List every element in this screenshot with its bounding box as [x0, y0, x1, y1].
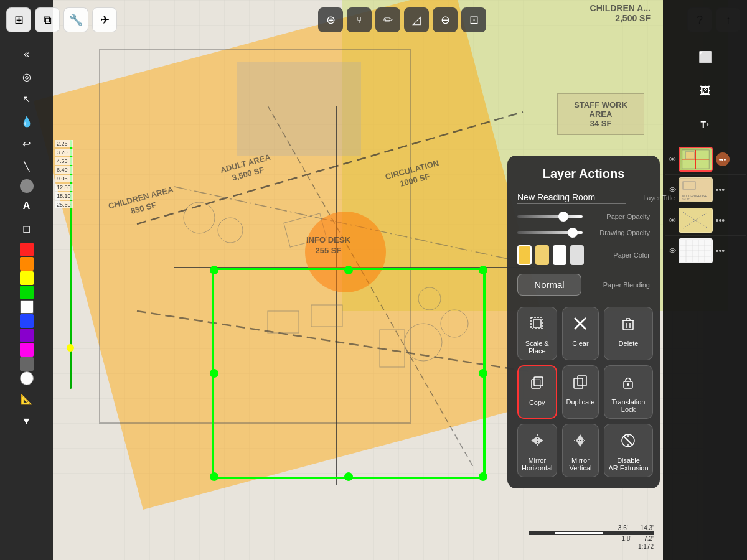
- scale-sub-labels: 1.8' 7.2': [621, 535, 654, 542]
- mirror-h-button[interactable]: Mirror Horizontal: [517, 424, 557, 477]
- layer-4-more-button[interactable]: •••: [716, 246, 725, 256]
- copy-button[interactable]: Copy: [517, 365, 557, 419]
- layer-2-thumbnail[interactable]: MULTI-PURPOSE 752 SF: [679, 177, 713, 202]
- copy-icon: [529, 374, 546, 395]
- scale-labels: 3.6' 14.3': [618, 525, 654, 531]
- cursor-button[interactable]: ✈: [92, 7, 117, 32]
- layer-row-2: 👁 MULTI-PURPOSE 752 SF •••: [665, 175, 746, 205]
- green-selection-rect: [212, 268, 486, 479]
- pen-button[interactable]: ✏: [375, 7, 400, 32]
- color-red[interactable]: [20, 243, 34, 256]
- scale-val-1: 3.6': [618, 525, 628, 531]
- clear-button[interactable]: Clear: [562, 307, 599, 360]
- top-toolbar: ⊞ ⧉ 🔧 ✈ ⊕ ⑂ ✏ ◿ ⊖ ⊡ ? ↑: [0, 7, 747, 32]
- layer-3-visible-icon[interactable]: 👁: [669, 216, 677, 225]
- grid-button[interactable]: ⊞: [6, 7, 31, 32]
- scale-place-button[interactable]: Scale & Place: [517, 307, 557, 360]
- svg-text:752 SF: 752 SF: [682, 197, 690, 200]
- layer-3-thumbnail[interactable]: [679, 208, 713, 233]
- color-yellow[interactable]: [20, 271, 34, 285]
- info-desk-label: INFO DESK255 SF: [306, 235, 350, 256]
- color-blue[interactable]: [20, 314, 34, 328]
- duplicate-button[interactable]: Duplicate: [562, 365, 599, 419]
- disable-ar-label: Disable AR Extrusion: [608, 457, 648, 472]
- line-tool[interactable]: ╲: [17, 156, 37, 176]
- paper-color-swatch-1[interactable]: [517, 245, 532, 265]
- move-button[interactable]: ⊕: [318, 7, 343, 32]
- drawing-opacity-label: Drawing Opacity: [588, 229, 650, 236]
- paper-color-label: Paper Color: [588, 251, 650, 259]
- duplicate-label: Duplicate: [566, 398, 595, 406]
- size-12-80: 12.80: [55, 184, 73, 191]
- undo-tool[interactable]: ↩: [17, 134, 37, 154]
- paper-blending-label: Paper Blending: [588, 281, 650, 289]
- measure-tool[interactable]: ◎: [17, 67, 37, 86]
- layer-panel-title: Layer Actions: [517, 167, 650, 181]
- layers-button[interactable]: ⧉: [35, 7, 60, 32]
- select-tool[interactable]: ↖: [17, 89, 37, 109]
- eraser-tool[interactable]: ◻: [17, 218, 37, 238]
- color-orange[interactable]: [20, 257, 34, 271]
- mirror-v-button[interactable]: Mirror Vertical: [562, 424, 599, 477]
- add-image-icon[interactable]: 🖼: [692, 77, 719, 105]
- paper-opacity-track[interactable]: [517, 215, 583, 218]
- layer-1-visible-icon[interactable]: 👁: [669, 155, 677, 164]
- paper-color-swatch-4[interactable]: [570, 245, 584, 265]
- svg-marker-40: [576, 441, 584, 447]
- size-4-53: 4.53: [55, 157, 73, 165]
- layer-3-side-icons: •••: [716, 215, 725, 225]
- disable-ar-button[interactable]: Disable AR Extrusion: [604, 424, 652, 477]
- color-white-circle[interactable]: [20, 371, 34, 385]
- color-gray[interactable]: [20, 357, 34, 371]
- layer-row-3: 👁 •••: [665, 205, 746, 236]
- layer-2-visible-icon[interactable]: 👁: [669, 185, 677, 195]
- angle-button[interactable]: ◿: [404, 7, 429, 32]
- brush-size-thumb[interactable]: [67, 344, 74, 352]
- settings-button[interactable]: 🔧: [63, 7, 88, 32]
- svg-line-42: [624, 436, 632, 445]
- layer-1-side-icons: •••: [716, 152, 730, 166]
- drawing-opacity-track[interactable]: [517, 231, 583, 234]
- scale-ratio: 1:172: [638, 543, 654, 550]
- paper-color-swatch-2[interactable]: [535, 245, 549, 265]
- layer-1-more-button[interactable]: •••: [716, 152, 730, 166]
- translation-lock-button[interactable]: Translation Lock: [604, 365, 652, 419]
- delete-button[interactable]: Delete: [604, 307, 652, 360]
- text-tool[interactable]: A: [17, 196, 37, 216]
- add-text-icon[interactable]: T+: [692, 111, 719, 138]
- paper-opacity-row: Paper Opacity: [517, 213, 650, 220]
- corner-dot-tr: [479, 266, 487, 274]
- layer-title-input[interactable]: [517, 191, 626, 204]
- down-arrow[interactable]: ▼: [17, 411, 37, 431]
- stamp-button[interactable]: ⊡: [461, 7, 486, 32]
- color-magenta[interactable]: [20, 343, 34, 357]
- scale-place-icon: [529, 315, 546, 336]
- add-layer-icon[interactable]: ⬜: [692, 44, 719, 71]
- ruler-icon[interactable]: 📐: [17, 389, 37, 409]
- layer-1-thumbnail[interactable]: [679, 147, 713, 172]
- layer-row-1: 👁 •••: [665, 144, 746, 175]
- eyedrop-tool[interactable]: 💧: [17, 111, 37, 131]
- color-white[interactable]: [20, 300, 34, 314]
- corner-dot-tm: [344, 266, 353, 274]
- remove-button[interactable]: ⊖: [433, 7, 458, 32]
- paper-color-swatch-3[interactable]: [553, 245, 566, 265]
- fork-button[interactable]: ⑂: [347, 7, 372, 32]
- collapse-tool[interactable]: «: [17, 44, 37, 64]
- scale-val-2: 14.3': [641, 525, 654, 531]
- layer-4-visible-icon[interactable]: 👁: [669, 246, 677, 256]
- color-green[interactable]: [20, 286, 34, 299]
- scale-place-label: Scale & Place: [525, 340, 549, 355]
- paper-blending-button[interactable]: Normal: [517, 274, 581, 296]
- drawing-opacity-thumb[interactable]: [568, 228, 578, 238]
- action-buttons-grid: Scale & Place Clear: [517, 307, 650, 477]
- layer-4-thumbnail[interactable]: [679, 238, 713, 263]
- size-3-20: 3.20: [55, 149, 73, 156]
- duplicate-icon: [571, 373, 589, 394]
- color-purple[interactable]: [20, 329, 34, 342]
- svg-rect-32: [578, 376, 586, 386]
- layer-3-more-button[interactable]: •••: [716, 215, 725, 225]
- size-2-26: 2.26: [55, 140, 73, 147]
- layer-2-more-button[interactable]: •••: [716, 185, 725, 195]
- paper-opacity-thumb[interactable]: [558, 212, 568, 222]
